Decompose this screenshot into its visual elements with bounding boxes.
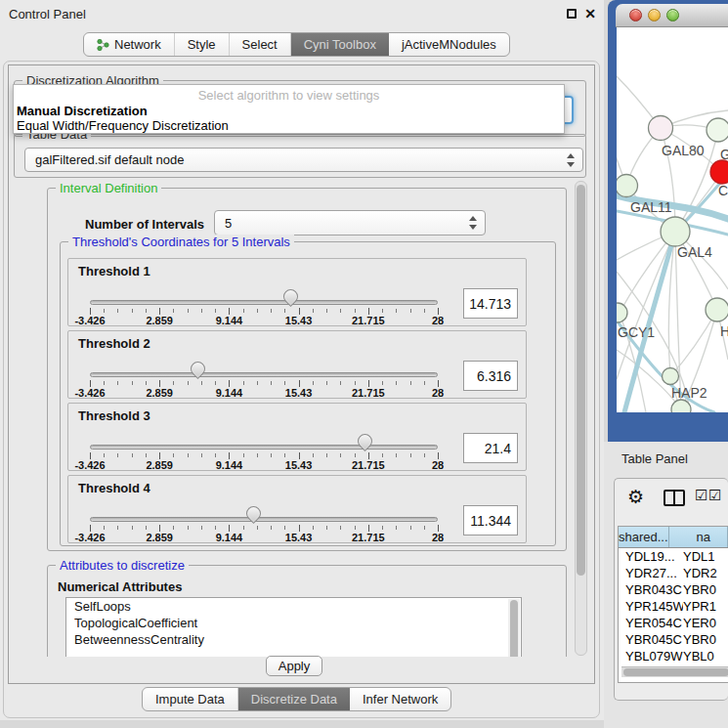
control-panel-titlebar: Control Panel ✕ [0,0,604,27]
table-data-combo-value: galFiltered.sif default node [35,152,184,167]
table-data-combo[interactable]: galFiltered.sif default node [24,148,583,172]
node-label-gcy1: GCY1 [618,324,655,340]
top-tabbar: Network Style Select Cyni Toolbox jActiv… [83,32,510,57]
node-label-gal80: GAL80 [662,143,705,158]
cell-name: YER0 [683,616,728,630]
table-row[interactable]: YBL079WYBL0 [619,648,728,664]
node-table: shared... na YDL19...YDL1YDR27...YDR2YBR… [618,526,728,683]
threshold-label: Threshold 2 [78,336,150,351]
node-label-gal4: GAL4 [677,244,712,260]
threshold-slider-track[interactable] [90,372,438,377]
threshold-value-box[interactable]: 6.316 [463,361,518,391]
tab-infer-network[interactable]: Infer Network [350,688,450,710]
table-row[interactable]: YDR27...YDR2 [619,565,728,581]
node-gal80[interactable] [649,116,673,141]
cell-shared-name: YDL19... [619,549,683,564]
threshold-value-box[interactable]: 21.4 [463,433,518,463]
table-horizontal-scrollbar[interactable] [621,666,728,677]
tab-jactivemnodules[interactable]: jActiveMNodules [389,33,509,56]
popup-option-equal-width-frequency[interactable]: Equal Width/Frequency Discretization [17,118,229,133]
tab-network-label: Network [114,37,161,52]
cell-name: YPR1 [683,599,728,614]
column-header-name[interactable]: na [669,527,728,547]
cell-name: YDL1 [683,549,728,564]
interval-definition-group: Interval Definition Number of Intervals … [47,188,567,551]
close-icon[interactable]: ✕ [584,8,596,20]
threshold-slider-track[interactable] [90,300,438,305]
table-body: YDL19...YDL1YDR27...YDR2YBR043CYBR0YPR14… [619,548,728,683]
node-label-gal11: GAL11 [630,199,672,215]
network-graph: GAL80 G C GAL11 GAL4 GCY1 H HAP2 [617,27,728,412]
gear-icon[interactable]: ⚙ [627,486,644,507]
threshold-slider-track[interactable] [90,517,438,522]
algorithm-popup: Select algorithm to view settings Manual… [13,84,565,134]
node-top-right[interactable] [707,118,728,142]
tab-discretize-data[interactable]: Discretize Data [238,688,350,710]
settings-scrollbar-thumb[interactable] [577,185,585,576]
node-h[interactable] [706,298,728,321]
column-header-shared-name[interactable]: shared... [619,527,669,547]
zoom-traffic-light[interactable] [666,9,679,21]
cell-name: YBR0 [683,582,728,597]
network-window-titlebar [616,4,728,27]
apply-button[interactable]: Apply [266,656,322,676]
node-gal11[interactable] [617,175,638,197]
tab-impute-data[interactable]: Impute Data [143,688,238,710]
popup-option-manual-discretization[interactable]: Manual Discretization [17,104,148,118]
node-gal4[interactable] [661,217,690,246]
table-panel-title: Table Panel [621,451,688,466]
cell-name: YBL0 [683,649,728,664]
table-row[interactable]: YPR145WYPR1 [619,598,728,615]
tab-style[interactable]: Style [175,33,230,56]
table-row[interactable]: YER054CYER0 [619,615,728,631]
minimize-traffic-light[interactable] [648,9,661,21]
table-row[interactable]: YIL052CYIL0 [619,681,728,683]
thresholds-group-title: Threshold's Coordinates for 5 Intervals [68,235,294,249]
attribute-item[interactable]: SelfLoops [66,598,521,615]
checkbox-icon[interactable]: ☑ [708,487,721,504]
threshold-slider-track[interactable] [90,445,438,450]
combo-spinner-icon [565,153,577,167]
settings-scrollpane: Interval Definition Number of Intervals … [12,180,577,657]
numerical-attributes-list[interactable]: SelfLoopsTopologicalCoefficientBetweenne… [65,597,522,657]
node-red[interactable] [710,160,728,184]
tab-discretize-label: Discretize Data [251,692,337,707]
table-panel: Table Panel ⚙ ☑ ☑ shared... na YDL19...Y… [604,442,728,728]
threshold-row: Threshold 1 -3.4262.8599.14415.4321.7152… [67,258,527,326]
node-hap2[interactable] [663,368,679,385]
split-columns-icon[interactable] [664,490,685,506]
node-label-partial-h: H [720,323,728,339]
network-canvas[interactable]: GAL80 G C GAL11 GAL4 GCY1 H HAP2 [617,27,728,412]
slider-labels: -3.4262.8599.14415.4321.71528 [68,532,526,543]
threshold-label: Threshold 3 [78,408,150,423]
table-hscrollbar-thumb[interactable] [623,668,728,676]
number-of-intervals-combo[interactable]: 5 [214,210,486,236]
node-gcy1[interactable] [617,303,627,322]
slider-labels: -3.4262.8599.14415.4321.71528 [68,459,526,471]
cell-shared-name: YBR043C [619,582,683,597]
attributes-scrollbar[interactable] [508,599,520,657]
attribute-item[interactable]: BetweennessCentrality [66,631,521,648]
threshold-value-box[interactable]: 11.344 [463,505,518,535]
table-row[interactable]: YDL19...YDL1 [619,548,728,565]
table-row[interactable]: YBR045CYBR0 [619,631,728,648]
cell-shared-name: YPR145W [619,599,683,614]
table-row[interactable]: YBR043CYBR0 [619,581,728,598]
bottom-tabbar: Impute Data Discretize Data Infer Networ… [142,687,451,711]
attributes-group: Attributes to discretize Numerical Attri… [47,565,567,657]
float-window-icon[interactable] [567,9,577,19]
tab-cyni-toolbox[interactable]: Cyni Toolbox [291,33,389,56]
attributes-scrollbar-thumb[interactable] [510,600,518,657]
window-title: Control Panel [9,7,86,21]
threshold-value-box[interactable]: 14.713 [463,288,518,319]
close-traffic-light[interactable] [629,9,642,21]
tab-select[interactable]: Select [230,33,291,56]
attribute-item[interactable]: TopologicalCoefficient [66,615,521,631]
tab-network[interactable]: Network [84,33,175,56]
node-label-partial-c: C [718,183,728,198]
checkbox-icon[interactable]: ☑ [695,487,707,504]
cell-shared-name: YER054C [619,616,683,630]
cell-shared-name: YBL079W [619,649,683,664]
attributes-group-title: Attributes to discretize [56,558,189,573]
settings-vertical-scrollbar[interactable] [575,181,587,656]
